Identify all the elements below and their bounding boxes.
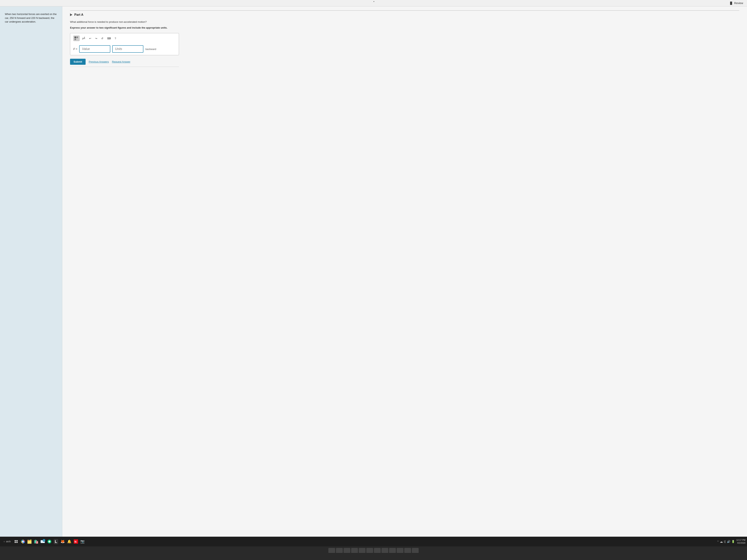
key[interactable] [397, 548, 404, 553]
question-instruction: Express your answer to two significant f… [70, 26, 739, 30]
review-icon: ▐▌ [729, 2, 733, 5]
part-a-title: Part A [74, 13, 83, 17]
svg-rect-3 [15, 540, 16, 541]
part-a-header: Part A [70, 10, 739, 17]
review-button[interactable]: ▐▌ Review [729, 2, 743, 5]
chevron-icon[interactable]: ^ [717, 540, 719, 543]
left-panel: When two horizontal forces are exerted o… [0, 6, 62, 537]
action-row: Submit Previous Answers Request Answer [70, 59, 739, 65]
svg-point-10 [48, 540, 50, 542]
app-icon-L[interactable]: L [53, 539, 59, 544]
key[interactable] [389, 548, 396, 553]
key[interactable] [382, 548, 388, 553]
chrome-icon[interactable] [20, 539, 26, 544]
collapse-toggle[interactable] [70, 14, 72, 16]
volume-icon[interactable]: 🔊 [727, 540, 730, 543]
answer-box: μÅ ↩ ↪ ↺ ⌨ ? F = backward [70, 33, 179, 55]
key[interactable] [351, 548, 358, 553]
svg-rect-5 [15, 542, 16, 543]
previous-answers-button[interactable]: Previous Answers [89, 60, 109, 63]
clock[interactable]: 12:17 PM 4/2/2020 [736, 539, 745, 544]
date-display: 4/2/2020 [736, 541, 745, 544]
cloud-icon[interactable]: ☁ [720, 540, 723, 543]
svg-rect-2 [75, 38, 76, 40]
battery-icon[interactable]: 🔋 [731, 540, 735, 543]
camera-icon[interactable]: 📷 [80, 539, 85, 544]
review-label: Review [734, 2, 743, 5]
mail-icon[interactable]: ✉️ 37 [40, 539, 46, 544]
svg-rect-4 [16, 540, 18, 541]
store-icon[interactable]: 🛍️ [33, 539, 39, 544]
question-text: What additional force is needed to produ… [70, 20, 739, 24]
template-button[interactable] [73, 35, 80, 41]
keyboard-button[interactable]: ⌨ [106, 36, 112, 41]
key[interactable] [366, 548, 373, 553]
formula-row: F = backward [73, 45, 176, 53]
request-answer-button[interactable]: Request Answer [112, 60, 130, 63]
key[interactable] [336, 548, 343, 553]
help-button[interactable]: ? [113, 36, 117, 41]
svg-rect-6 [16, 542, 18, 543]
key[interactable] [343, 548, 350, 553]
refresh-button[interactable]: ↺ [100, 36, 104, 41]
taskbar-search: ○ arch [2, 539, 12, 544]
top-bar: ▐▌ Review [0, 0, 747, 6]
value-input[interactable] [79, 45, 110, 53]
right-panel: Part A What additional force is needed t… [62, 6, 747, 537]
netflix-icon[interactable]: N [73, 539, 79, 544]
direction-label: backward [145, 48, 156, 51]
keyboard-row [328, 548, 419, 553]
key[interactable] [374, 548, 381, 553]
undo-button[interactable]: ↩ [88, 36, 93, 41]
time-display: 12:17 PM [736, 539, 745, 541]
key[interactable] [359, 548, 365, 553]
svg-text:N: N [75, 540, 76, 543]
app-icon-mail2[interactable]: 🦊 [60, 539, 66, 544]
notification-area: ^ ☁ (( 🔊 🔋 [717, 540, 735, 543]
key[interactable] [328, 548, 335, 553]
app-icon-notify[interactable]: 🔔 [66, 539, 72, 544]
svg-rect-0 [75, 36, 76, 38]
taskbar: ○ arch 🗂️ 🛍️ ✉️ 37 [0, 537, 747, 546]
messaging-icon[interactable] [47, 539, 52, 544]
mail-badge: 37 [43, 539, 45, 542]
task-view-button[interactable] [14, 539, 19, 544]
search-label: arch [6, 540, 10, 543]
file-manager-icon[interactable]: 🗂️ [27, 539, 32, 544]
problem-text: When two horizontal forces are exerted o… [5, 12, 57, 24]
content-area: When two horizontal forces are exerted o… [0, 6, 747, 537]
search-icon: ○ [3, 540, 5, 543]
svg-rect-1 [76, 36, 78, 38]
key[interactable] [404, 548, 411, 553]
key[interactable] [412, 548, 419, 553]
mu-symbol-button[interactable]: μÅ [81, 36, 86, 41]
svg-point-8 [22, 541, 24, 542]
wifi-icon[interactable]: (( [724, 540, 726, 543]
units-input[interactable] [112, 45, 144, 53]
taskbar-right: ^ ☁ (( 🔊 🔋 12:17 PM 4/2/2020 [717, 539, 745, 544]
keyboard-area [0, 546, 747, 560]
formula-toolbar: μÅ ↩ ↪ ↺ ⌨ ? [73, 35, 176, 43]
submit-button[interactable]: Submit [70, 59, 85, 65]
redo-button[interactable]: ↪ [94, 36, 98, 41]
formula-label: F = [73, 48, 77, 51]
